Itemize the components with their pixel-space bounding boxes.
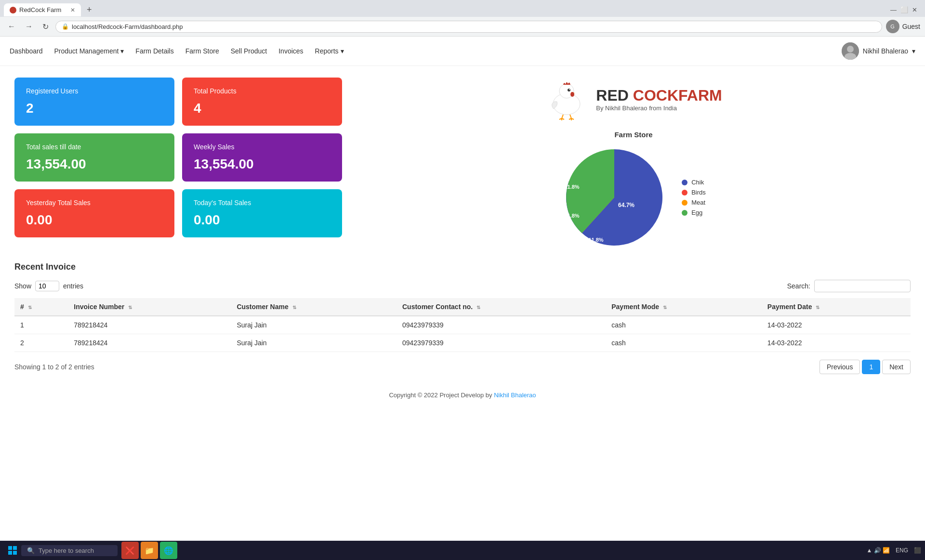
legend-birds: Birds [682,189,706,196]
user-dropdown-icon[interactable]: ▾ [912,47,915,55]
tab-favicon [10,7,16,13]
cell-payment-mode: cash [606,316,762,334]
chart-section: Farm Store [357,130,911,250]
tab-close-button[interactable]: ✕ [70,7,75,13]
user-name: Nikhil Bhalerao [863,47,908,55]
svg-text:11.8%: 11.8% [565,213,580,219]
col-customer[interactable]: Customer Name ⇅ [231,298,396,316]
page-1-button[interactable]: 1 [862,360,880,374]
nav-dashboard[interactable]: Dashboard [10,47,43,55]
browser-user: Guest [902,23,920,30]
logo-name-highlight: COCKFARM [633,87,722,104]
invoice-table: # ⇅ Invoice Number ⇅ Customer Name ⇅ Cus… [14,298,911,352]
sort-icon-payment-date: ⇅ [816,305,819,310]
legend-label-birds: Birds [691,189,706,196]
entries-info: Showing 1 to 2 of 2 entries [14,363,94,371]
total-sales-card: Total sales till date 13,554.00 [14,133,174,182]
cell-num: 2 [14,334,68,352]
sort-icon-payment-mode: ⇅ [663,305,667,310]
footer: Copyright © 2022 Project Develop by Nikh… [14,384,911,406]
cell-payment-date: 14-03-2022 [762,334,911,352]
registered-users-label: Registered Users [26,87,163,95]
chart-legend: Chik Birds Meat Egg [682,179,706,216]
search-label: Search: [787,282,810,290]
nav-product-management[interactable]: Product Management ▾ [54,47,124,55]
cell-contact: 09423979339 [396,316,606,334]
table-section: Recent Invoice Show entries Search: # ⇅ [14,262,911,374]
reload-button[interactable]: ↻ [40,21,52,32]
col-contact[interactable]: Customer Contact no. ⇅ [396,298,606,316]
chart-title: Farm Store [357,130,911,139]
svg-line-11 [570,115,571,118]
address-text: localhost/Redcock-Farm/dashboard.php [72,23,183,30]
show-label: Show [14,282,31,290]
nav-sell-product[interactable]: Sell Product [231,47,267,55]
address-bar[interactable]: 🔒 localhost/Redcock-Farm/dashboard.php [55,21,882,33]
header-row: # ⇅ Invoice Number ⇅ Customer Name ⇅ Cus… [14,298,911,316]
cell-payment-date: 14-03-2022 [762,316,911,334]
search-input[interactable] [814,280,911,292]
pagination: Previous 1 Next [819,360,911,374]
table-row: 1 789218424 Suraj Jain 09423979339 cash … [14,316,911,334]
cell-customer: Suraj Jain [231,334,396,352]
legend-dot-chik [682,180,687,185]
today-sales-card: Today's Total Sales 0.00 [182,189,342,237]
browser-profile: G Guest [886,20,920,33]
total-products-card: Total Products 4 [182,78,342,126]
user-avatar [842,42,859,60]
cell-customer: Suraj Jain [231,316,396,334]
svg-line-7 [562,115,563,118]
forward-button[interactable]: → [22,21,36,32]
weekly-sales-card: Weekly Sales 13,554.00 [182,133,342,182]
svg-point-5 [568,89,570,91]
sort-icon-customer: ⇅ [292,305,296,310]
logo-area: RED COCKFARM By Nikhil Bhalerao from Ind… [357,78,911,121]
col-payment-date[interactable]: Payment Date ⇅ [762,298,911,316]
svg-text:11.8%: 11.8% [565,184,580,190]
legend-label-egg: Egg [691,209,702,216]
total-products-value: 4 [194,101,330,116]
maximize-button[interactable]: ⬜ [900,6,908,13]
entries-input[interactable] [35,281,59,291]
table-row: 2 789218424 Suraj Jain 09423979339 cash … [14,334,911,352]
nav-invoices[interactable]: Invoices [278,47,303,55]
legend-dot-birds [682,190,687,195]
col-invoice[interactable]: Invoice Number ⇅ [68,298,231,316]
close-button[interactable]: ✕ [912,6,917,13]
next-button[interactable]: Next [882,360,911,374]
svg-point-1 [847,46,854,52]
legend-label-meat: Meat [691,199,705,206]
yesterday-sales-label: Yesterday Total Sales [26,199,163,207]
sort-icon-invoice: ⇅ [128,305,132,310]
legend-dot-egg [682,210,687,216]
stats-cards: Registered Users 2 Total Products 4 Tota… [14,78,342,250]
table-controls: Show entries Search: [14,280,911,292]
show-entries: Show entries [14,281,83,291]
search-area: Search: [787,280,911,292]
table-header: # ⇅ Invoice Number ⇅ Customer Name ⇅ Cus… [14,298,911,316]
chicken-logo-image [545,78,588,121]
table-footer: Showing 1 to 2 of 2 entries Previous 1 N… [14,360,911,374]
back-button[interactable]: ← [5,21,18,32]
app-navbar: Dashboard Product Management ▾ Farm Deta… [0,37,925,66]
previous-button[interactable]: Previous [819,360,860,374]
col-payment-mode[interactable]: Payment Mode ⇅ [606,298,762,316]
table-body: 1 789218424 Suraj Jain 09423979339 cash … [14,316,911,352]
logo-text: RED COCKFARM By Nikhil Bhalerao from Ind… [596,87,722,112]
legend-meat: Meat [682,199,706,206]
registered-users-card: Registered Users 2 [14,78,174,126]
nav-user: Nikhil Bhalerao ▾ [842,42,915,60]
minimize-button[interactable]: — [890,6,897,13]
cell-invoice: 789218424 [68,316,231,334]
nav-farm-details[interactable]: Farm Details [135,47,173,55]
lock-icon: 🔒 [62,23,69,30]
footer-author[interactable]: Nikhil Bhalerao [494,391,536,399]
col-num[interactable]: # ⇅ [14,298,68,316]
sort-icon-num: ⇅ [28,305,32,310]
legend-dot-meat [682,200,687,206]
browser-tab[interactable]: RedCock Farm ✕ [4,3,81,16]
nav-reports[interactable]: Reports ▾ [315,47,344,55]
registered-users-value: 2 [26,101,163,116]
nav-farm-store[interactable]: Farm Store [185,47,219,55]
new-tab-button[interactable]: + [83,3,96,17]
